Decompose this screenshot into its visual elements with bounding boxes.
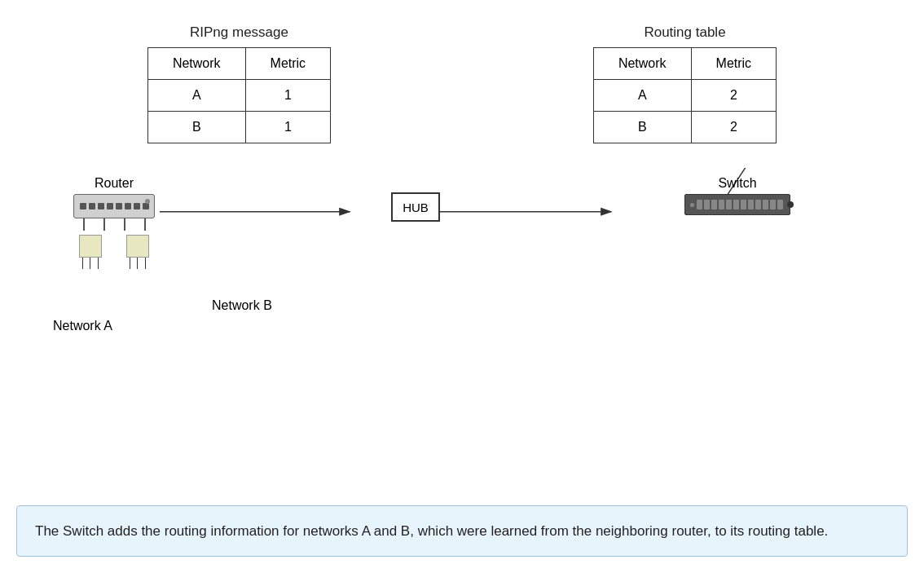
switch-group: Switch xyxy=(684,176,790,215)
router-label: Router xyxy=(95,176,134,191)
routing-r1-network: A xyxy=(593,80,691,112)
port-dot-6 xyxy=(125,203,131,209)
ripng-r1-network: A xyxy=(147,80,245,112)
node-box-b xyxy=(126,235,149,258)
diagram-area: Router xyxy=(41,168,908,355)
sw-port-1 xyxy=(697,200,702,209)
ripng-col-metric: Metric xyxy=(245,48,331,80)
switch-led xyxy=(690,203,694,207)
switch-ports xyxy=(697,200,785,209)
node-leg-a1 xyxy=(82,258,83,269)
port-dot-1 xyxy=(80,203,86,209)
node-leg-a3 xyxy=(98,258,99,269)
node-legs-a xyxy=(79,258,102,269)
tables-area: RIPng message Network Metric A 1 B 1 xyxy=(16,24,908,143)
routing-col-metric: Metric xyxy=(691,48,777,80)
router-led xyxy=(145,199,150,204)
node-leg-a2 xyxy=(90,258,90,269)
sw-port-2 xyxy=(704,200,710,209)
router-stand xyxy=(73,218,155,231)
switch-device xyxy=(684,194,790,215)
info-text: The Switch adds the routing information … xyxy=(35,521,889,542)
sw-port-10 xyxy=(763,200,768,209)
hub-group: HUB xyxy=(391,192,440,222)
port-dot-5 xyxy=(116,203,122,209)
router-ports xyxy=(76,203,153,209)
sw-port-7 xyxy=(741,200,746,209)
ripng-table-title: RIPng message xyxy=(190,24,288,41)
routing-r1-metric: 2 xyxy=(691,80,777,112)
stand-leg-1 xyxy=(83,218,85,231)
stand-leg-3 xyxy=(124,218,125,231)
stand-leg-4 xyxy=(144,218,146,231)
router-device xyxy=(73,194,155,218)
network-b-label: Network B xyxy=(212,298,272,313)
ripng-col-network: Network xyxy=(147,48,245,80)
sw-port-4 xyxy=(719,200,724,209)
network-a-label: Network A xyxy=(53,319,112,333)
sw-port-6 xyxy=(733,200,739,209)
hub-box: HUB xyxy=(391,192,440,222)
routing-table: Network Metric A 2 B 2 xyxy=(593,47,777,143)
port-dot-7 xyxy=(134,203,140,209)
ripng-table-section: RIPng message Network Metric A 1 B 1 xyxy=(147,24,331,143)
node-legs-b xyxy=(126,258,149,269)
port-dot-8 xyxy=(143,203,149,209)
sw-port-12 xyxy=(777,200,783,209)
sw-port-3 xyxy=(711,200,717,209)
info-box: The Switch adds the routing information … xyxy=(16,505,908,558)
sw-port-5 xyxy=(726,200,732,209)
sw-port-9 xyxy=(755,200,761,209)
routing-row-2: B 2 xyxy=(593,112,776,143)
port-dot-3 xyxy=(98,203,104,209)
ripng-row-2: B 1 xyxy=(147,112,330,143)
node-box-a xyxy=(79,235,102,258)
routing-row-1: A 2 xyxy=(593,80,776,112)
main-container: RIPng message Network Metric A 1 B 1 xyxy=(0,0,924,573)
node-leg-b3 xyxy=(145,258,146,269)
ripng-r2-metric: 1 xyxy=(245,112,331,143)
ripng-table: Network Metric A 1 B 1 xyxy=(147,47,331,143)
ripng-r2-network: B xyxy=(147,112,245,143)
routing-col-network: Network xyxy=(593,48,691,80)
switch-label: Switch xyxy=(718,176,756,191)
node-leg-b1 xyxy=(130,258,130,269)
router-group: Router xyxy=(73,176,155,269)
stand-leg-2 xyxy=(103,218,105,231)
ripng-row-1: A 1 xyxy=(147,80,330,112)
routing-table-section: Routing table Network Metric A 2 B 2 xyxy=(593,24,777,143)
sw-port-11 xyxy=(770,200,776,209)
network-node-a xyxy=(79,235,102,269)
network-node-b xyxy=(126,235,149,269)
node-leg-b2 xyxy=(137,258,138,269)
sw-port-8 xyxy=(748,200,754,209)
routing-r2-network: B xyxy=(593,112,691,143)
routing-table-title: Routing table xyxy=(644,24,725,41)
network-nodes xyxy=(79,235,149,269)
switch-connector-dot xyxy=(787,201,794,208)
routing-r2-metric: 2 xyxy=(691,112,777,143)
ripng-r1-metric: 1 xyxy=(245,80,331,112)
port-dot-2 xyxy=(89,203,95,209)
port-dot-4 xyxy=(107,203,113,209)
